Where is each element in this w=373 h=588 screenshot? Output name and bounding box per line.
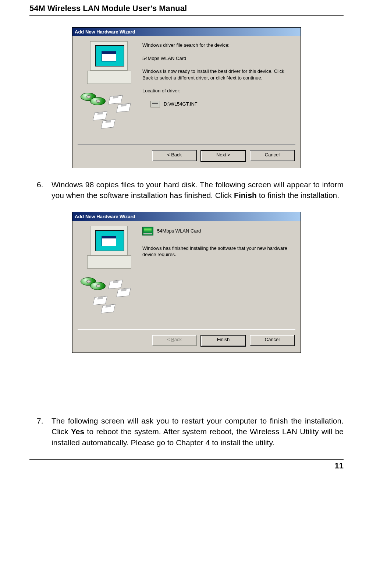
floppy-icon	[93, 111, 107, 120]
wizard-illustration	[79, 41, 134, 141]
page-number: 11	[29, 461, 344, 471]
dialog2-title: Add New Hardware Wizard	[75, 214, 135, 219]
floppy-icon	[108, 280, 123, 289]
step-text: Windows 98 copies files to your hard dis…	[51, 179, 344, 201]
driver-path: D:\WL54GT.INF	[164, 101, 198, 107]
cd-icon	[90, 282, 106, 290]
device-name: 54Mbps WLAN Card	[157, 228, 201, 234]
step-number: 7.	[37, 415, 46, 448]
search-heading: Windows driver file search for the devic…	[142, 42, 294, 49]
device-name: 54Mbps WLAN Card	[142, 55, 294, 62]
step7-post: to reboot the system. After system reboo…	[51, 427, 344, 446]
desktop-case-icon	[87, 255, 131, 269]
floppy-icon	[108, 95, 123, 104]
step-6: 6. Windows 98 copies files to your hard …	[37, 179, 344, 201]
cd-icon	[90, 97, 106, 105]
step6-bold: Finish	[234, 191, 257, 199]
dialog2-titlebar: Add New Hardware Wizard	[72, 212, 301, 221]
finish-button[interactable]: Finish	[200, 335, 246, 347]
back-button[interactable]: < Back	[152, 150, 197, 161]
step-text: The following screen will ask you to res…	[51, 415, 344, 448]
finished-text: Windows has finished installing the soft…	[142, 245, 294, 258]
monitor-icon	[90, 226, 128, 255]
dialog1-titlebar: Add New Hardware Wizard	[72, 28, 301, 36]
dialog-driver-search: Add New Hardware Wizard	[72, 27, 301, 168]
next-button[interactable]: Next >	[200, 150, 246, 162]
wizard-illustration	[79, 226, 134, 325]
drive-icon	[150, 101, 160, 107]
floppy-icon	[116, 103, 131, 112]
dialog-divider	[78, 329, 295, 330]
floppy-icon	[101, 304, 116, 313]
footer-rule	[29, 459, 344, 460]
step-7: 7. The following screen will ask you to …	[37, 415, 344, 448]
floppy-icon	[101, 119, 116, 128]
network-card-icon	[142, 227, 153, 235]
dialog1-title: Add New Hardware Wizard	[75, 29, 135, 35]
monitor-icon	[90, 41, 128, 71]
floppy-icon	[116, 288, 131, 297]
cancel-button[interactable]: Cancel	[250, 335, 295, 346]
page-header: 54M Wireless LAN Module User's Manual	[29, 4, 344, 13]
cancel-button[interactable]: Cancel	[250, 150, 295, 161]
ready-text: Windows is now ready to install the best…	[142, 68, 294, 81]
step6-post: to finish the installation.	[257, 191, 339, 199]
header-rule	[29, 15, 344, 16]
step-number: 6.	[37, 179, 46, 201]
desktop-case-icon	[87, 71, 131, 84]
location-label: Location of driver:	[142, 88, 294, 94]
back-button-disabled: < Back	[152, 335, 197, 346]
floppy-icon	[93, 296, 107, 305]
dialog-install-finished: Add New Hardware Wizard	[72, 212, 301, 353]
dialog-divider	[78, 144, 295, 145]
step7-bold: Yes	[71, 427, 84, 436]
